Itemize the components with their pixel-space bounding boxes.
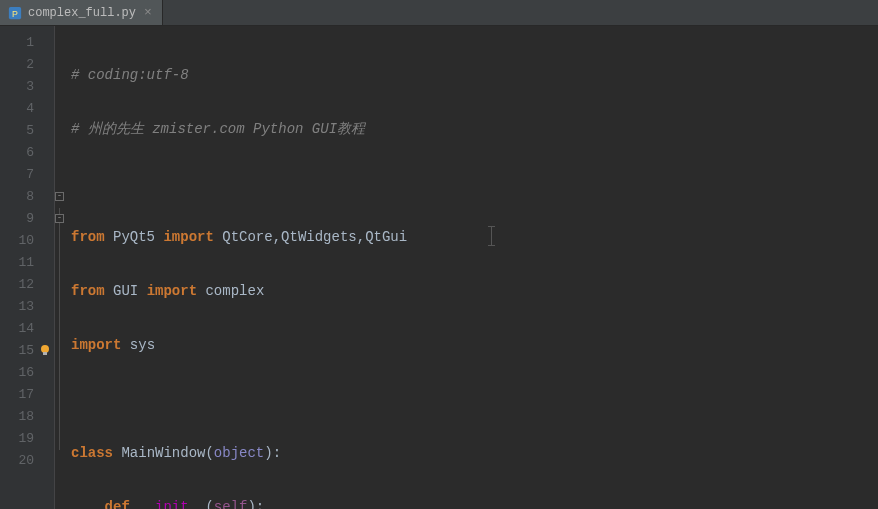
- line-number: 13: [0, 296, 54, 318]
- code-line[interactable]: [71, 388, 878, 410]
- line-number: 9: [0, 208, 54, 230]
- intention-bulb-icon[interactable]: [38, 343, 52, 357]
- line-number: 18: [0, 406, 54, 428]
- line-number: 4: [0, 98, 54, 120]
- svg-text:P: P: [12, 8, 18, 18]
- svg-point-2: [41, 345, 49, 353]
- code-line[interactable]: from PyQt5 import QtCore,QtWidgets,QtGui: [71, 226, 878, 248]
- line-number: 8: [0, 186, 54, 208]
- line-number: 5: [0, 120, 54, 142]
- tab-bar: P complex_full.py ×: [0, 0, 878, 26]
- line-number: 15: [0, 340, 54, 362]
- line-number: 11: [0, 252, 54, 274]
- tab-filename: complex_full.py: [28, 6, 136, 20]
- code-line[interactable]: # 州的先生 zmister.com Python GUI教程: [71, 118, 878, 140]
- code-line[interactable]: [71, 172, 878, 194]
- fold-toggle[interactable]: -: [55, 192, 64, 201]
- close-icon[interactable]: ×: [142, 6, 154, 19]
- code-line[interactable]: def __init__(self):: [71, 496, 878, 509]
- line-number: 2: [0, 54, 54, 76]
- line-number: 14: [0, 318, 54, 340]
- line-number: 6: [0, 142, 54, 164]
- fold-toggle[interactable]: -: [55, 214, 64, 223]
- code-line[interactable]: class MainWindow(object):: [71, 442, 878, 464]
- line-number: 12: [0, 274, 54, 296]
- line-number: 20: [0, 450, 54, 472]
- line-number: 3: [0, 76, 54, 98]
- svg-rect-3: [43, 352, 47, 355]
- line-number: 1: [0, 32, 54, 54]
- code-line[interactable]: from GUI import complex: [71, 280, 878, 302]
- code-line[interactable]: import sys: [71, 334, 878, 356]
- code-area[interactable]: # coding:utf-8 # 州的先生 zmister.com Python…: [67, 26, 878, 509]
- line-number: 7: [0, 164, 54, 186]
- line-number-gutter: 1 2 3 4 5 6 7 8 9 10 11 12 13 14 15 16 1…: [0, 26, 55, 509]
- editor[interactable]: 1 2 3 4 5 6 7 8 9 10 11 12 13 14 15 16 1…: [0, 26, 878, 509]
- line-number: 17: [0, 384, 54, 406]
- line-number: 10: [0, 230, 54, 252]
- code-line[interactable]: # coding:utf-8: [71, 64, 878, 86]
- python-file-icon: P: [8, 6, 22, 20]
- line-number: 19: [0, 428, 54, 450]
- line-number: 16: [0, 362, 54, 384]
- tab-complex-full[interactable]: P complex_full.py ×: [0, 0, 163, 25]
- fold-gutter: - -: [55, 26, 67, 509]
